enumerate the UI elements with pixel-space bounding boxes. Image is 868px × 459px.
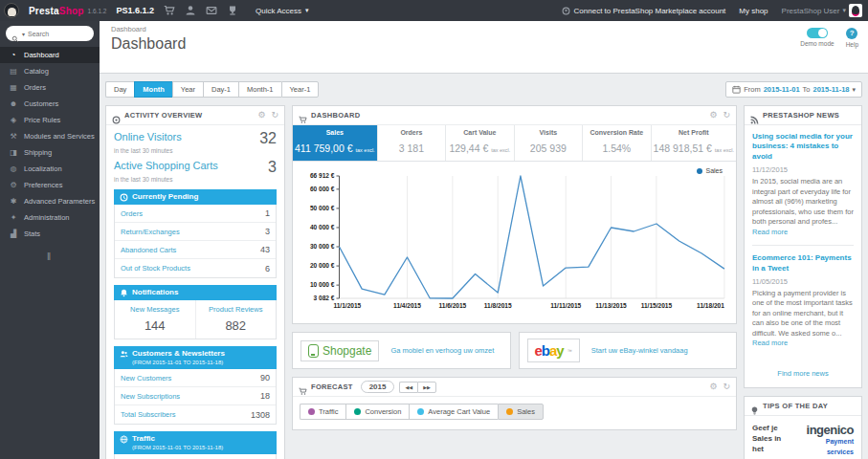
list-item-new-customers[interactable]: New Customers90 — [115, 369, 276, 387]
activity-panel-title: ACTIVITY OVERVIEW — [124, 111, 203, 120]
range-button-day-1[interactable]: Day-1 — [203, 81, 238, 98]
cell-value: 882 — [198, 318, 275, 333]
news-article-title[interactable]: Ecommerce 101: Payments in a Tweet — [752, 253, 854, 273]
sidebar-item-price-rules[interactable]: ◈Price Rules — [0, 112, 100, 128]
my-shop-link[interactable]: My shop — [739, 7, 768, 15]
user-menu[interactable]: PrestaShop User▾ — [782, 4, 862, 17]
news-article-title[interactable]: Using social media for your business: 4 … — [752, 132, 854, 162]
sidebar-search[interactable]: ▾ — [6, 26, 94, 41]
sidebar-item-catalog[interactable]: ▤Catalog — [0, 63, 100, 79]
active-carts-value: 3 — [268, 160, 277, 175]
kpi-value: 148 918,51 € tax excl. — [654, 142, 734, 154]
row-label: Abandoned Carts — [121, 246, 176, 254]
kpi-tab-cart-value[interactable]: Cart Value129,44 € tax excl. — [446, 125, 514, 161]
sidebar-item-dashboard[interactable]: ◔Dashboard — [0, 47, 100, 63]
forecast-year: 2015 — [361, 381, 395, 393]
prestashop-news-panel: PRESTASHOP NEWS Using social media for y… — [744, 105, 862, 388]
notification-product-reviews[interactable]: Product Reviews882 — [195, 300, 277, 339]
svg-text:10 000 €: 10 000 € — [310, 281, 335, 288]
legend-dot-icon — [417, 408, 424, 415]
cell-label: New Messages — [117, 305, 193, 314]
sidebar-item-shipping[interactable]: ◨Shipping — [0, 144, 100, 161]
forecast-legend-conversion[interactable]: Conversion — [345, 404, 409, 420]
quick-access-menu[interactable]: Quick Access▾ — [256, 7, 309, 15]
date-range-picker[interactable]: From 2015-11-01 To 2015-11-18 ▾ — [725, 81, 862, 98]
marketplace-link[interactable]: Connect to PrestaShop Marketplace accoun… — [562, 7, 726, 15]
kpi-tab-conversion-rate[interactable]: Conversion Rate1.54% — [583, 125, 651, 161]
to-date: 2015-11-18 — [813, 85, 850, 94]
dashboard-panel-title: DASHBOARD — [311, 111, 360, 120]
forecast-legend-traffic[interactable]: Traffic — [300, 404, 345, 420]
list-item-abandoned-carts[interactable]: Abandoned Carts43 — [115, 241, 276, 259]
online-visitors-link[interactable]: Online Visitors — [114, 131, 182, 142]
svg-text:11/11/2015: 11/11/2015 — [550, 302, 581, 309]
kpi-tab-orders[interactable]: Orders3 181 — [378, 125, 446, 161]
localization-icon: ◍ — [9, 164, 18, 173]
range-button-month-1[interactable]: Month-1 — [238, 81, 281, 98]
forecast-prev-button[interactable]: ◀◀ — [399, 382, 417, 393]
sidebar-collapse-button[interactable]: ‖ — [0, 251, 100, 262]
kpi-tab-sales[interactable]: Sales411 759,00 € tax excl. — [293, 125, 378, 161]
sidebar-item-preferences[interactable]: ⚙Preferences — [0, 177, 100, 193]
sidebar-item-label: Modules and Services — [24, 132, 95, 141]
sidebar-item-customers[interactable]: ☻Customers — [0, 96, 100, 112]
orders-icon: ▦ — [9, 83, 18, 92]
trophy-icon[interactable] — [227, 5, 238, 16]
list-item-return-exchanges[interactable]: Return/Exchanges3 — [115, 223, 276, 241]
sidebar-item-modules-and-services[interactable]: ⚒Modules and Services — [0, 128, 100, 144]
forecast-legend-average-cart-value[interactable]: Average Cart Value — [409, 404, 498, 420]
range-button-year-1[interactable]: Year-1 — [281, 81, 320, 98]
demo-mode-toggle[interactable] — [807, 28, 828, 38]
kpi-label: Conversion Rate — [585, 129, 648, 136]
legend-dot-icon — [308, 408, 315, 415]
refresh-icon[interactable]: ↻ — [723, 111, 730, 120]
list-item-out-of-stock-products[interactable]: Out of Stock Products6 — [115, 259, 276, 277]
kpi-value: 205 939 — [517, 142, 580, 154]
list-item-total-subscribers[interactable]: Total Subscribers1308 — [115, 405, 276, 424]
gear-icon[interactable]: ⚙ — [709, 382, 717, 391]
list-item-new-subscriptions[interactable]: New Subscriptions18 — [115, 387, 276, 405]
pending-rows: Orders1Return/Exchanges3Abandoned Carts4… — [114, 205, 277, 278]
sidebar-item-administration[interactable]: ✦Administration — [0, 209, 100, 226]
search-input[interactable] — [28, 31, 83, 37]
breadcrumb: Dashboard — [111, 25, 858, 33]
read-more-link[interactable]: Read more — [752, 228, 788, 236]
help-button[interactable]: ? — [846, 28, 857, 39]
refresh-icon[interactable]: ↻ — [723, 382, 730, 391]
range-button-month[interactable]: Month — [134, 81, 172, 98]
notification-new-messages[interactable]: New Messages144 — [115, 300, 195, 339]
mail-icon[interactable] — [206, 5, 217, 16]
advanced-parameters-icon: ✱ — [9, 197, 18, 206]
range-button-year[interactable]: Year — [172, 81, 203, 98]
read-more-link[interactable]: Read more — [752, 339, 788, 347]
customer-icon[interactable] — [185, 5, 196, 16]
gear-icon[interactable]: ⚙ — [709, 111, 717, 120]
active-carts-link[interactable]: Active Shopping Carts — [114, 160, 218, 171]
kpi-tab-net-profit[interactable]: Net Profit148 918,51 € tax excl. — [652, 125, 736, 161]
cart-icon[interactable] — [164, 5, 175, 16]
forecast-legend-sales[interactable]: Sales — [498, 404, 544, 420]
chart-legend[interactable]: Sales — [697, 167, 723, 174]
sidebar-item-localization[interactable]: ◍Localization — [0, 161, 100, 177]
search-icon — [11, 30, 19, 37]
shop-name[interactable]: PS1.6.1.2 — [116, 6, 154, 15]
shopgate-link[interactable]: Ga mobiel en verhoog uw omzet — [390, 346, 494, 355]
gear-icon[interactable]: ⚙ — [257, 111, 265, 120]
refresh-icon[interactable]: ↻ — [271, 111, 278, 120]
sidebar-item-advanced-parameters[interactable]: ✱Advanced Parameters — [0, 193, 100, 209]
find-more-news-link[interactable]: Find more news — [745, 363, 861, 387]
list-item-orders[interactable]: Orders1 — [115, 205, 276, 223]
ingenico-logo: ingenico Paymentservices — [790, 424, 854, 458]
search-scope-caret[interactable]: ▾ — [22, 31, 25, 37]
legend-label: Sales — [517, 407, 535, 416]
ebay-link[interactable]: Start uw eBay-winkel vandaag — [591, 346, 688, 355]
forecast-panel-title: FORECAST — [311, 382, 353, 391]
forecast-next-button[interactable]: ▶▶ — [417, 382, 436, 393]
sidebar-item-stats[interactable]: ▟Stats — [0, 226, 100, 242]
sidebar-item-orders[interactable]: ▦Orders — [0, 79, 100, 96]
cell-label: Product Reviews — [198, 305, 275, 314]
range-button-day[interactable]: Day — [105, 81, 134, 98]
kpi-tab-visits[interactable]: Visits205 939 — [515, 125, 583, 161]
row-value: 3 — [265, 227, 270, 236]
svg-text:66 912 €: 66 912 € — [310, 172, 335, 179]
